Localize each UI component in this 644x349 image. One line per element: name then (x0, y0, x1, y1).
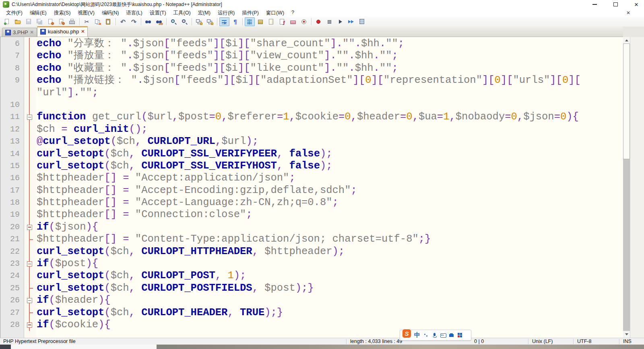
menu-item-2[interactable]: 搜索(S) (50, 9, 74, 17)
line-number: 26 (0, 294, 24, 306)
code-line: 20if($json){ (0, 221, 623, 233)
document-map-icon[interactable] (266, 17, 277, 26)
sync-vertical-icon[interactable] (194, 17, 204, 26)
undo-icon[interactable] (118, 17, 128, 26)
code-line: 25curl_setopt($ch, CURLOPT_POSTFIELDS, $… (0, 282, 623, 294)
word-wrap-icon (221, 19, 228, 25)
chinese-mode-icon[interactable]: 中 (414, 331, 420, 339)
code-line: 10 (0, 99, 623, 111)
voice-input-icon[interactable] (432, 333, 437, 338)
save-all-icon[interactable] (35, 17, 45, 26)
editor-right-padding (630, 37, 644, 338)
menu-item-10[interactable]: 插件(P) (238, 9, 262, 17)
scrollbar-thumb[interactable] (623, 43, 630, 159)
minimize-button[interactable] (590, 1, 599, 8)
menu-item-6[interactable]: 设置(T) (146, 9, 170, 17)
punctuation-icon[interactable] (423, 333, 429, 338)
toolbox-icon[interactable] (457, 333, 462, 338)
line-number: 14 (0, 148, 24, 160)
word-wrap-icon[interactable] (219, 17, 229, 26)
tab-3.PHP[interactable]: 3.PHP✕ (2, 28, 37, 37)
maximize-button[interactable] (611, 1, 620, 8)
zoom-out-icon[interactable] (180, 17, 190, 26)
user-defined-dialog-icon[interactable] (256, 17, 266, 26)
menu-item-8[interactable]: 宏(M) (194, 9, 214, 17)
code-line: 9echo "播放链接： ".$json["feeds"][$i]["adapt… (0, 74, 623, 86)
fold-collapse-box[interactable] (24, 294, 36, 306)
save-icon[interactable] (24, 17, 34, 26)
record-macro-icon[interactable] (314, 17, 324, 26)
tab-kuaishou.php[interactable]: kuaishou.php✕ (37, 26, 88, 37)
eol-format-label[interactable]: Unix (LF) (532, 339, 553, 344)
fold-collapse-box[interactable] (24, 111, 36, 123)
copy-icon[interactable] (93, 17, 103, 26)
scroll-up-arrow-icon[interactable] (623, 37, 630, 44)
run-macro-multiple-icon[interactable] (346, 17, 356, 26)
taskbar-app-button[interactable] (11, 345, 157, 349)
fold-collapse-box[interactable] (24, 258, 36, 270)
close-window-button[interactable]: ✕ (632, 1, 641, 8)
scroll-down-arrow-icon[interactable] (623, 331, 630, 338)
encoding-label[interactable]: UTF-8 (577, 339, 591, 344)
toolbar-separator (116, 18, 116, 25)
print-icon[interactable] (67, 17, 77, 26)
fold-marker (24, 62, 36, 74)
tab-close-icon[interactable]: ✕ (30, 30, 34, 35)
find-icon[interactable] (143, 17, 153, 26)
play-macro-icon[interactable] (335, 17, 345, 26)
line-number: 6 (0, 38, 24, 50)
sogou-logo-icon[interactable]: S (402, 329, 411, 338)
menu-item-3[interactable]: 视图(V) (74, 9, 98, 17)
open-file-icon[interactable] (13, 17, 23, 26)
sync-horizontal-icon[interactable] (205, 17, 215, 26)
tab-label: kuaishou.php (48, 29, 79, 35)
close-all-icon[interactable] (56, 17, 66, 26)
selection-label: 0 | 0 (474, 339, 484, 344)
cut-icon[interactable] (82, 17, 92, 26)
save-macro-icon[interactable] (357, 17, 367, 26)
tab-label: 3.PHP (13, 29, 28, 35)
menu-item-7[interactable]: 工具(O) (170, 9, 194, 17)
fold-marker (24, 233, 36, 245)
code-text: $httpheader[] = "Connection:close"; (36, 209, 623, 221)
menu-item-5[interactable]: 语言(L) (122, 9, 146, 17)
menu-item-9[interactable]: 运行(R) (214, 9, 238, 17)
folder-as-workspace-icon[interactable] (288, 17, 298, 26)
code-line: 21$httpheader[] = "Content-Type:applicat… (0, 233, 623, 245)
menu-item-12[interactable]: ? (288, 9, 298, 17)
fold-collapse-box[interactable] (24, 221, 36, 233)
replace-icon[interactable] (154, 17, 164, 26)
new-file-icon[interactable] (2, 17, 12, 26)
menu-row-close-icon[interactable]: ✕ (626, 10, 630, 16)
title-bar: C:\Users\Administrator\Desktop\网站源码\2023… (0, 0, 644, 9)
insert-mode-label[interactable]: INS (623, 339, 632, 344)
code-text: curl_setopt($ch, CURLOPT_POSTFIELDS, $po… (36, 282, 623, 294)
paste-icon[interactable] (103, 17, 114, 26)
sync-horizontal-icon (206, 19, 213, 25)
document-monitor-icon[interactable] (299, 17, 309, 26)
start-button[interactable] (0, 345, 11, 349)
show-all-characters-icon[interactable] (230, 17, 240, 26)
indent-guide-icon[interactable] (245, 17, 255, 26)
vertical-scrollbar[interactable] (623, 37, 630, 338)
menu-item-0[interactable]: 文件(F) (2, 9, 26, 17)
skin-icon[interactable] (449, 333, 454, 338)
function-list-icon[interactable] (277, 17, 287, 26)
tab-close-icon[interactable]: ✕ (81, 29, 85, 34)
soft-keyboard-icon[interactable] (440, 333, 446, 338)
status-divider (528, 339, 528, 344)
fold-marker (24, 270, 36, 282)
fold-collapse-box[interactable] (24, 319, 36, 331)
menu-item-11[interactable]: 窗口(W) (262, 9, 288, 17)
open-file-icon (14, 19, 21, 25)
code-text: function get_curl($url,$post=0,$referer=… (36, 111, 623, 123)
line-number: 11 (0, 111, 24, 123)
zoom-in-icon[interactable] (169, 17, 179, 26)
close-icon[interactable] (45, 17, 56, 26)
stop-macro-icon[interactable] (324, 17, 334, 26)
code-editor[interactable]: 6echo "分享数： ".$json["feeds"][$i]["share_… (0, 37, 623, 338)
redo-icon[interactable] (129, 17, 139, 26)
menu-item-1[interactable]: 编辑(E) (26, 9, 50, 17)
menu-item-4[interactable]: 编码(N) (98, 9, 122, 17)
code-line: 26if($header){ (0, 294, 623, 306)
